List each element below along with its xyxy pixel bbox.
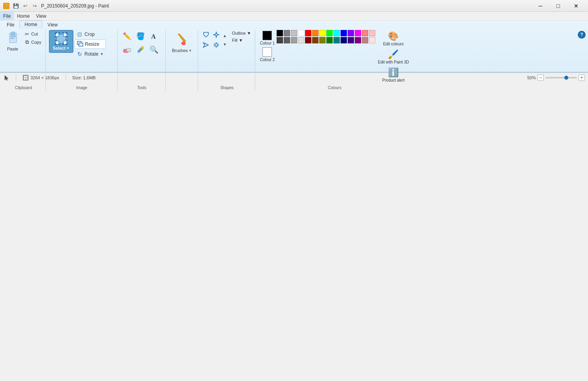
palette-teal[interactable] bbox=[333, 37, 340, 43]
maximize-button[interactable]: □ bbox=[549, 0, 567, 12]
palette-orange[interactable] bbox=[312, 30, 318, 36]
palette-maroon[interactable] bbox=[305, 37, 311, 43]
palette-lightgray2[interactable] bbox=[291, 37, 297, 43]
copy-label: Copy bbox=[31, 40, 41, 45]
palette-navy[interactable] bbox=[341, 37, 347, 43]
edit-paint3d-icon: 🖌️ bbox=[388, 49, 399, 60]
help-button[interactable]: ? bbox=[578, 31, 586, 39]
palette-red[interactable] bbox=[305, 30, 311, 36]
shapes-scroll-up[interactable]: ▲ bbox=[222, 32, 228, 39]
clipboard-label: Clipboard bbox=[2, 86, 45, 90]
shape-row-1 bbox=[201, 30, 221, 39]
rotate-icon: ↻ bbox=[77, 51, 83, 57]
rotate-label: Rotate bbox=[84, 51, 98, 57]
brushes-button[interactable]: Brushes ▼ bbox=[169, 30, 195, 54]
ribbon-content: Paste ✂ Cut ⧉ Copy Clipboard bbox=[0, 28, 588, 91]
rotate-button[interactable]: ↻ Rotate ▼ bbox=[74, 50, 106, 58]
fill-button[interactable]: Fill ▼ bbox=[230, 37, 253, 43]
ribbon-tabs: File Home View bbox=[0, 21, 588, 28]
svg-point-15 bbox=[141, 47, 144, 49]
text-tool[interactable]: A bbox=[148, 30, 160, 43]
crop-icon: ⊡ bbox=[77, 31, 83, 37]
ribbon: File Home View Paste bbox=[0, 21, 588, 73]
title-bar-left: 🎨 💾 ↩ ↪ P_20150604_205209.jpg - Paint bbox=[3, 2, 109, 9]
outline-button[interactable]: Outline ▼ bbox=[230, 30, 253, 36]
product-alert-label: Product alert bbox=[382, 78, 405, 82]
palette-cyan[interactable] bbox=[333, 30, 340, 36]
shape-row-2 bbox=[201, 40, 221, 50]
image-group-label: Image bbox=[47, 86, 117, 90]
palette-darkgray[interactable] bbox=[277, 37, 283, 43]
image-group: Select ▼ ⊡ Crop bbox=[47, 30, 118, 91]
colors-group-content: Colour 1 Colour 2 bbox=[258, 30, 410, 91]
palette-black[interactable] bbox=[277, 30, 283, 36]
edit-colours-button[interactable]: 🎨 Edit colours bbox=[376, 30, 410, 47]
pencil-tool[interactable]: ✏️ bbox=[121, 30, 133, 43]
colour1-button[interactable]: Colour 1 bbox=[258, 30, 276, 46]
tools-grid: ✏️ 🪣 A bbox=[121, 30, 160, 56]
select-button[interactable]: Select ▼ bbox=[49, 30, 73, 53]
tab-home[interactable]: Home bbox=[19, 21, 42, 28]
menu-home[interactable]: Home bbox=[14, 12, 33, 20]
resize-button[interactable]: Resize bbox=[74, 39, 106, 49]
product-alert-button[interactable]: ℹ️ Product alert bbox=[376, 66, 410, 84]
palette-blue[interactable] bbox=[341, 30, 347, 36]
palette-brown[interactable] bbox=[312, 37, 318, 43]
zoom-slider[interactable] bbox=[545, 77, 577, 78]
magnify-tool[interactable]: 🔍 bbox=[148, 43, 160, 56]
cut-icon: ✂ bbox=[24, 31, 30, 37]
palette-lightpink[interactable] bbox=[369, 30, 375, 36]
palette-gray[interactable] bbox=[284, 30, 290, 36]
palette-violet[interactable] bbox=[348, 30, 354, 36]
shape-arrow-dr[interactable] bbox=[201, 40, 211, 50]
palette-darkgreen[interactable] bbox=[326, 37, 333, 43]
menu-file[interactable]: File bbox=[0, 12, 14, 20]
color-picker-tool[interactable] bbox=[134, 43, 147, 56]
svg-rect-8 bbox=[56, 41, 59, 44]
palette-silver[interactable] bbox=[291, 30, 297, 36]
shape-star4[interactable] bbox=[212, 30, 221, 39]
fill-tool[interactable]: 🪣 bbox=[134, 30, 147, 43]
close-button[interactable]: ✕ bbox=[567, 0, 585, 12]
copy-icon: ⧉ bbox=[24, 39, 30, 45]
cut-button[interactable]: ✂ Cut bbox=[22, 30, 43, 38]
palette-olive[interactable] bbox=[319, 37, 326, 43]
palette-indigo[interactable] bbox=[348, 37, 354, 43]
palette-dustyrose[interactable] bbox=[362, 37, 368, 43]
colour2-button[interactable]: Colour 2 bbox=[258, 47, 276, 62]
shape-arrow-dl[interactable] bbox=[201, 30, 211, 39]
tab-view[interactable]: View bbox=[42, 21, 63, 28]
eraser-tool[interactable] bbox=[121, 43, 133, 56]
brushes-group: Brushes ▼ x bbox=[167, 30, 198, 91]
palette-blush[interactable] bbox=[369, 37, 375, 43]
palette-white[interactable] bbox=[298, 30, 304, 36]
menu-bar: File Home View bbox=[0, 12, 588, 21]
palette-nearwhite[interactable] bbox=[298, 37, 304, 43]
shapes-scroll-down[interactable]: ▼ bbox=[222, 40, 228, 48]
save-icon[interactable]: 💾 bbox=[12, 2, 20, 9]
menu-view[interactable]: View bbox=[33, 12, 49, 20]
palette-green[interactable] bbox=[326, 30, 333, 36]
palette-yellow[interactable] bbox=[319, 30, 326, 36]
edit-paint3d-button[interactable]: 🖌️ Edit with Paint 3D bbox=[376, 48, 410, 65]
title-bar: 🎨 💾 ↩ ↪ P_20150604_205209.jpg - Paint ─ … bbox=[0, 0, 588, 12]
shape-burst[interactable] bbox=[212, 40, 221, 50]
svg-rect-11 bbox=[79, 43, 83, 46]
undo-icon[interactable]: ↩ bbox=[21, 2, 29, 9]
palette-row-1 bbox=[277, 30, 375, 36]
palette-purple[interactable] bbox=[355, 37, 361, 43]
palette-row-2 bbox=[277, 37, 375, 43]
select-label: Select bbox=[53, 46, 66, 50]
palette-pink[interactable] bbox=[362, 30, 368, 36]
redo-icon[interactable]: ↪ bbox=[31, 2, 39, 9]
crop-button[interactable]: ⊡ Crop bbox=[74, 30, 106, 39]
paste-button[interactable]: Paste bbox=[4, 30, 21, 53]
palette-medgray[interactable] bbox=[284, 37, 290, 43]
copy-button[interactable]: ⧉ Copy bbox=[22, 38, 43, 46]
minimize-button[interactable]: ─ bbox=[532, 0, 549, 12]
colour1-label: Colour 1 bbox=[260, 41, 275, 45]
palette-magenta[interactable] bbox=[355, 30, 361, 36]
tab-file[interactable]: File bbox=[2, 21, 19, 28]
image-buttons-col: ⊡ Crop Resize ↻ Ro bbox=[74, 30, 106, 58]
edit-colours-label: Edit colours bbox=[383, 42, 404, 46]
